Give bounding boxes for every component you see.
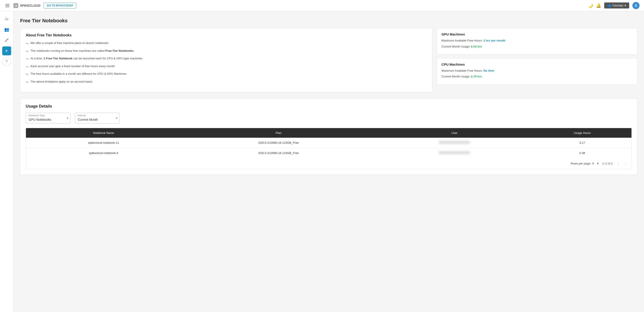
bullet-icon-2: ↪ — [26, 49, 28, 54]
tutorials-arrow: ▾ — [624, 4, 626, 7]
logo-text: SPIKECLOUD — [20, 4, 40, 7]
info-card-heading: About Free Tier Notebooks — [26, 33, 427, 37]
bell-icon[interactable]: 🔔 — [596, 3, 601, 8]
gpu-usage-value: 0.54 hrs — [471, 45, 482, 48]
bullet-icon-5: ↪ — [26, 72, 28, 77]
sidebar-item-folders[interactable]: 🗂 — [2, 14, 11, 23]
logo: ☁ SPIKECLOUD — [14, 3, 40, 8]
blurred-user-2 — [439, 151, 470, 154]
cell-user-1 — [376, 138, 533, 148]
col-user: User — [376, 128, 533, 138]
table-row: spikecloud-notebook-11 GDC3.A10080-16.11… — [26, 138, 632, 148]
go-to-myaccount-button[interactable]: GO TO MYACCOUNT — [44, 3, 76, 8]
info-card: About Free Tier Notebooks ↪ We offer a c… — [20, 28, 432, 92]
cpu-usage-value: 0.79 hrs — [471, 75, 482, 78]
col-plan: Plan — [181, 128, 376, 138]
sidebar-item-users[interactable]: 👥 — [2, 25, 11, 34]
cell-hours-1: 0.17 — [533, 138, 632, 148]
topnav-left: ☁ SPIKECLOUD GO TO MYACCOUNT — [4, 3, 76, 8]
bullet-icon-3: ↪ — [26, 56, 28, 62]
main-content: Free Tier Notebooks About Free Tier Note… — [14, 11, 644, 312]
interval-select[interactable]: Current Month Last Month Last 3 Months — [75, 113, 120, 123]
gpu-usage-row: Current Month Usage: 0.54 hrs — [442, 44, 632, 49]
table-row: spikecloud-notebook-4 GDC3.A10080-16.115… — [26, 148, 632, 158]
info-item-1: ↪ We offer a couple of free machine plan… — [26, 41, 427, 46]
cell-notebook-name-1: spikecloud-notebook-11 — [26, 138, 181, 148]
cell-user-2 — [376, 148, 533, 158]
cpu-max-value: No limit — [484, 69, 494, 72]
bullet-icon-1: ↪ — [26, 41, 28, 46]
info-text-1: We offer a couple of free machine plans … — [30, 41, 108, 45]
sidebar-item-graph[interactable] — [2, 36, 11, 45]
sidebar: 🗂 👥 F ? — [0, 11, 14, 312]
tutorials-label: Tutorials — [612, 4, 623, 7]
info-item-6: ↪ The above limitations apply on an acco… — [26, 79, 427, 85]
topnav: ☁ SPIKECLOUD GO TO MYACCOUNT 🌙 🔔 👥 Tutor… — [0, 0, 644, 11]
cards-row: About Free Tier Notebooks ↪ We offer a c… — [20, 28, 637, 92]
info-text-6: The above limitations apply on an accoun… — [30, 79, 92, 84]
gpu-max-label: Maximum Available Free Hours: — [442, 39, 482, 42]
gpu-max-value: 2 hrs per month — [484, 39, 505, 42]
rows-per-page-arrow: ▾ — [597, 162, 598, 165]
pagination-info: 1–2 of 2 — [602, 162, 613, 165]
col-notebook-name: Notebook Name — [26, 128, 181, 138]
cpu-usage-row: Current Month Usage: 0.79 hrs — [442, 74, 632, 79]
cpu-max-label: Maximum Available Free Hours: — [442, 69, 482, 72]
tutorials-icon: 👥 — [607, 4, 611, 7]
gpu-card-title: GPU Machines — [442, 32, 632, 36]
svg-line-3 — [6, 40, 6, 41]
rows-per-page-label: Rows per page: — [571, 162, 591, 165]
svg-line-4 — [7, 39, 8, 40]
logo-icon: ☁ — [14, 3, 18, 8]
info-item-5: ↪ The free hours available in a month ar… — [26, 72, 427, 77]
info-text-4: Each account user gets a fixed number of… — [30, 64, 115, 68]
tutorials-button[interactable]: 👥 Tutorials ▾ — [604, 2, 629, 8]
table-header-row: Notebook Name Plan User Usage Hours — [26, 128, 632, 138]
cpu-card-title: CPU Machines — [442, 62, 632, 66]
sidebar-item-help[interactable]: ? — [2, 57, 11, 66]
usage-table-wrapper: Notebook Name Plan User Usage Hours spik… — [26, 128, 632, 169]
blurred-user-1 — [439, 141, 470, 144]
info-item-4: ↪ Each account user gets a fixed number … — [26, 64, 427, 69]
page-title: Free Tier Notebooks — [20, 18, 637, 24]
notebook-type-wrapper: Notebook Type GPU Notebooks CPU Notebook… — [26, 113, 70, 123]
cpu-stat-card: CPU Machines Maximum Available Free Hour… — [437, 58, 637, 85]
cell-plan-1: GDC3.A10080-16.115GB_Free — [181, 138, 376, 148]
avatar[interactable]: S — [632, 2, 640, 9]
info-text-3: At a time, 1 Free-Tier Notebook can be l… — [30, 56, 142, 61]
cpu-max-row: Maximum Available Free Hours: No limit — [442, 68, 632, 73]
info-text-5: The free hours available in a month are … — [30, 72, 126, 76]
usage-table: Notebook Name Plan User Usage Hours spik… — [26, 128, 632, 158]
usage-title: Usage Details — [26, 104, 632, 109]
cell-hours-2: 0.38 — [533, 148, 632, 158]
gpu-max-row: Maximum Available Free Hours: 2 hrs per … — [442, 38, 632, 43]
topnav-right: 🌙 🔔 👥 Tutorials ▾ S — [588, 2, 640, 9]
info-item-3: ↪ At a time, 1 Free-Tier Notebook can be… — [26, 56, 427, 62]
table-footer: Rows per page: 5 10 25 ▾ 1–2 of 2 ‹ › — [26, 158, 632, 169]
info-text-2: The notebooks running on these free mach… — [30, 49, 134, 53]
filters-row: Notebook Type GPU Notebooks CPU Notebook… — [26, 113, 632, 123]
info-item-2: ↪ The notebooks running on these free ma… — [26, 49, 427, 54]
rows-per-page-select[interactable]: 5 10 25 — [592, 162, 596, 165]
cell-notebook-name-2: spikecloud-notebook-4 — [26, 148, 181, 158]
prev-page-button[interactable]: ‹ — [616, 161, 620, 166]
gpu-usage-label: Current Month Usage: — [442, 45, 470, 48]
cell-plan-2: GDC3.A10080-16.115GB_Free — [181, 148, 376, 158]
rows-per-page-control: Rows per page: 5 10 25 ▾ — [571, 162, 598, 165]
stats-column: GPU Machines Maximum Available Free Hour… — [437, 28, 637, 92]
gpu-stat-card: GPU Machines Maximum Available Free Hour… — [437, 28, 637, 55]
usage-section: Usage Details Notebook Type GPU Notebook… — [20, 98, 637, 175]
interval-wrapper: Interval Current Month Last Month Last 3… — [75, 113, 120, 123]
notebook-type-select[interactable]: GPU Notebooks CPU Notebooks — [26, 113, 70, 123]
bullet-icon-6: ↪ — [26, 80, 28, 85]
dark-mode-icon[interactable]: 🌙 — [588, 3, 593, 8]
cpu-usage-label: Current Month Usage: — [442, 75, 470, 78]
hamburger-menu[interactable] — [4, 3, 10, 8]
next-page-button[interactable]: › — [624, 161, 628, 166]
col-usage-hours: Usage Hours — [533, 128, 632, 138]
bullet-icon-4: ↪ — [26, 64, 28, 69]
sidebar-item-free-tier[interactable]: F — [2, 46, 11, 55]
